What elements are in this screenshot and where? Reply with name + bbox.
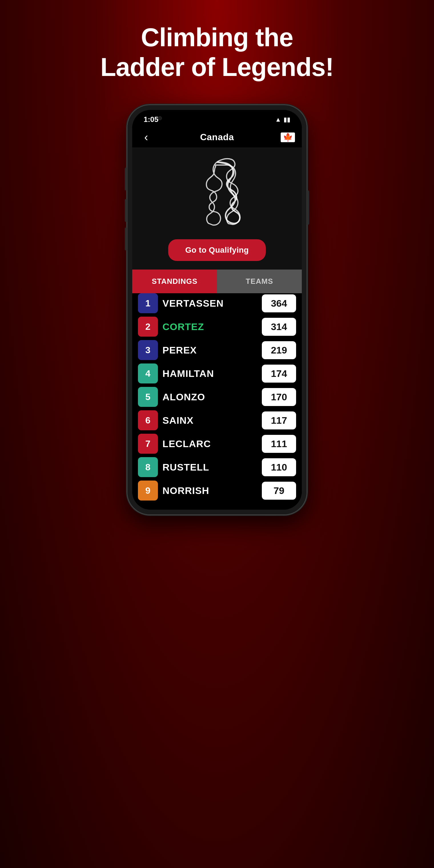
table-row: 5ALONZO170 [138, 387, 296, 407]
position-badge: 7 [138, 434, 158, 454]
table-row: 9NORRISH79 [138, 480, 296, 500]
camera-dot [158, 116, 162, 120]
points-badge: 79 [262, 482, 296, 500]
position-badge: 8 [138, 457, 158, 477]
teams-tab[interactable]: TEAMS [217, 270, 302, 293]
position-badge: 1 [138, 293, 158, 313]
driver-name: ALONZO [162, 392, 257, 403]
driver-name: RUSTELL [162, 462, 257, 473]
table-row: 4HAMILTAN174 [138, 364, 296, 383]
points-badge: 117 [262, 411, 296, 429]
points-badge: 111 [262, 435, 296, 453]
position-badge: 9 [138, 480, 158, 500]
back-button[interactable]: ‹ [139, 131, 153, 144]
phone-shell: 1:05 ▲ ▮▮ ‹ Canada 🍁 [127, 105, 307, 515]
standings-tab[interactable]: STANDINGS [132, 270, 217, 293]
driver-name: NORRISH [162, 485, 257, 496]
battery-icon: ▮▮ [283, 116, 290, 123]
tabs-row: STANDINGS TEAMS [132, 270, 302, 293]
position-badge: 6 [138, 410, 158, 430]
table-row: 6SAINX117 [138, 410, 296, 430]
driver-name: HAMILTAN [162, 368, 257, 379]
standings-list: 1VERTASSEN3642CORTEZ3143PEREX2194HAMILTA… [132, 293, 302, 510]
nav-bar: ‹ Canada 🍁 [132, 127, 302, 148]
points-badge: 219 [262, 341, 296, 359]
table-row: 7LECLARC111 [138, 434, 296, 454]
track-map [138, 156, 296, 231]
position-badge: 2 [138, 317, 158, 337]
page-title: Climbing the Ladder of Legends! [100, 23, 334, 82]
points-badge: 314 [262, 318, 296, 336]
position-badge: 5 [138, 387, 158, 407]
driver-name: CORTEZ [162, 321, 257, 332]
points-badge: 174 [262, 365, 296, 382]
driver-name: LECLARC [162, 438, 257, 450]
position-badge: 3 [138, 340, 158, 360]
canada-flag: 🍁 [281, 132, 295, 142]
dynamic-island [194, 115, 240, 126]
points-badge: 170 [262, 388, 296, 406]
status-time: 1:05 [144, 115, 158, 124]
table-row: 3PEREX219 [138, 340, 296, 360]
driver-name: VERTASSEN [162, 298, 257, 309]
qualifying-button[interactable]: Go to Qualifying [168, 239, 266, 261]
position-badge: 4 [138, 364, 158, 383]
points-badge: 110 [262, 458, 296, 476]
driver-name: PEREX [162, 345, 257, 356]
points-badge: 364 [262, 294, 296, 312]
track-section: Go to Qualifying [132, 148, 302, 270]
table-row: 1VERTASSEN364 [138, 293, 296, 313]
driver-name: SAINX [162, 415, 257, 426]
table-row: 2CORTEZ314 [138, 317, 296, 337]
nav-title: Canada [200, 132, 234, 143]
wifi-icon: ▲ [275, 116, 281, 123]
table-row: 8RUSTELL110 [138, 457, 296, 477]
